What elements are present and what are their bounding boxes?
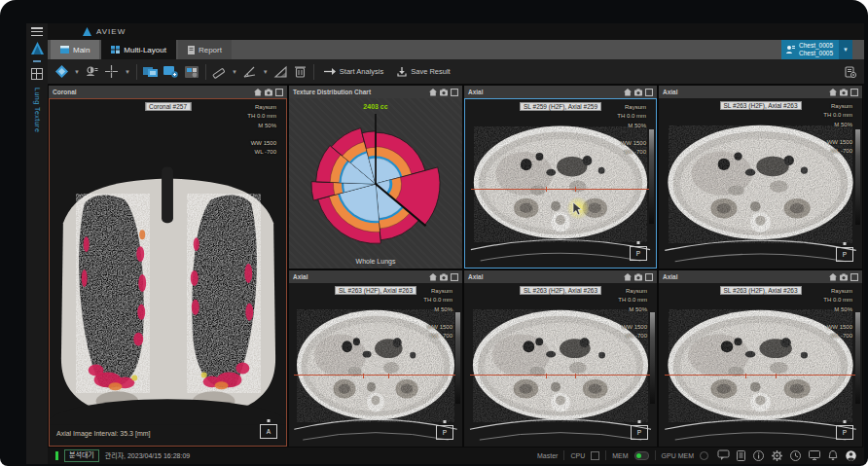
app-title: AVIEW xyxy=(96,27,126,36)
axial-panel-header[interactable]: Axial xyxy=(464,86,657,98)
overlay-text: RaysumTH 0.0 mmM 50% WW 1500WL -700 xyxy=(618,287,647,341)
maximize-icon[interactable] xyxy=(275,89,283,96)
layout-grid-icon[interactable] xyxy=(31,68,43,80)
crosshair-dropdown-caret-icon[interactable]: ▼ xyxy=(125,69,130,75)
grayscale-bar[interactable] xyxy=(855,312,860,404)
navigate-tool-button[interactable] xyxy=(54,63,68,81)
orientation-marker: P xyxy=(836,425,853,440)
document-icon[interactable] xyxy=(737,450,745,461)
slice-label: SL #259 (H2F), Axial #259 xyxy=(520,102,601,111)
axial-viewport[interactable]: SL #263 (H2F), Axial #263 RaysumTH 0.0 m… xyxy=(464,283,657,447)
snapshot-icon[interactable] xyxy=(440,89,448,96)
coronal-viewport[interactable]: Coronal #257 Raysum TH 0.0 mm M 50% WW 1… xyxy=(49,98,287,447)
snapshot-icon[interactable] xyxy=(840,89,848,96)
axial-viewport[interactable]: SL #263 (H2F), Axial #263 RaysumTH 0.0 m… xyxy=(659,283,862,447)
protractor-tool-button[interactable] xyxy=(274,63,288,81)
home-icon[interactable] xyxy=(624,273,632,281)
chart-body: 2403 cc Whole Lungs xyxy=(289,98,462,269)
tab-report[interactable]: Report xyxy=(178,40,232,59)
tab-main[interactable]: Main xyxy=(51,40,99,59)
delete-annotation-button[interactable] xyxy=(294,63,307,81)
grayscale-bar[interactable] xyxy=(649,129,654,224)
grayscale-bar[interactable] xyxy=(455,312,460,404)
axial-panel-header[interactable]: Axial xyxy=(659,270,862,283)
grayscale-bar[interactable] xyxy=(855,129,860,225)
report-settings-button[interactable] xyxy=(844,63,857,81)
window-preset-button[interactable] xyxy=(86,63,99,81)
gpu-mem-label: GPU MEM xyxy=(662,452,694,459)
mem-indicator xyxy=(634,451,649,460)
chart-panel-header[interactable]: Texture Distribution Chart xyxy=(289,86,462,98)
orientation-marker: P xyxy=(836,247,853,262)
home-icon[interactable] xyxy=(829,273,837,281)
tab-bar: Main Multi-Layout Report Chest_0005 Ches… xyxy=(48,40,864,59)
tab-multi-layout[interactable]: Multi-Layout xyxy=(101,40,176,59)
layout-compare-button[interactable] xyxy=(143,63,158,81)
home-icon[interactable] xyxy=(829,89,837,96)
axial-viewport[interactable]: SL #263 (H2F), Axial #263 RaysumTH 0.0 m… xyxy=(659,98,862,269)
maximize-icon[interactable] xyxy=(451,89,458,96)
hamburger-menu-icon[interactable] xyxy=(31,27,43,36)
maximize-icon[interactable] xyxy=(850,273,858,281)
monitor-icon[interactable] xyxy=(809,450,820,460)
axial-panel-2: Axial SL #263 (H2F), Axial #263 RaysumTH… xyxy=(658,85,863,269)
info-icon[interactable] xyxy=(753,450,764,461)
volume-label: 2403 cc xyxy=(363,103,387,110)
layout-mode-button[interactable] xyxy=(184,63,199,81)
angle-dropdown-caret-icon[interactable]: ▼ xyxy=(263,69,269,75)
panel-title: Texture Distribution Chart xyxy=(293,89,371,95)
axial-interval-label: Axial Image Interval: 35.3 [mm] xyxy=(56,430,150,437)
maximize-icon[interactable] xyxy=(451,273,458,281)
maximize-icon[interactable] xyxy=(850,89,858,96)
home-icon[interactable] xyxy=(624,89,632,96)
snapshot-icon[interactable] xyxy=(440,273,448,281)
overlay-text: RaysumTH 0.0 mmM 50% WW 1500WL -700 xyxy=(823,287,852,341)
axial-panel-header[interactable]: Axial xyxy=(464,270,657,283)
monitor-bezel: Lung Texture AVIEW Main Multi-Layout Rep… xyxy=(0,0,868,466)
crosshair-tool-button[interactable] xyxy=(105,63,119,81)
snapshot-icon[interactable] xyxy=(265,89,272,96)
aview-logo-icon xyxy=(83,27,91,36)
texture-chart-panel: Texture Distribution Chart 2403 cc Whole… xyxy=(288,85,463,269)
home-icon[interactable] xyxy=(254,89,262,96)
orientation-marker: P xyxy=(631,425,648,440)
grayscale-bar[interactable] xyxy=(650,312,655,404)
multi-layout-tab-icon xyxy=(111,46,120,54)
texture-distribution-pie[interactable] xyxy=(289,98,462,269)
maximize-icon[interactable] xyxy=(645,89,653,96)
snapshot-icon[interactable] xyxy=(634,89,642,96)
patient-dropdown-caret-icon[interactable]: ▼ xyxy=(839,40,852,59)
navigate-dropdown-caret-icon[interactable]: ▼ xyxy=(74,69,80,75)
slice-label: Coronal #257 xyxy=(145,102,191,111)
panel-title: Axial xyxy=(468,89,484,95)
gear-icon[interactable] xyxy=(772,450,782,461)
pin-icon[interactable] xyxy=(33,60,41,62)
user-icon[interactable] xyxy=(846,450,856,461)
patient-selector[interactable]: Chest_0005 Chest_0005 ▼ xyxy=(781,40,852,59)
slice-label: SL #263 (H2F), Axial #263 xyxy=(520,286,601,295)
ruler-dropdown-caret-icon[interactable]: ▼ xyxy=(232,69,237,75)
sidebar-item-lung-texture[interactable]: Lung Texture xyxy=(34,88,41,132)
coronal-panel-header[interactable]: Coronal xyxy=(49,86,287,98)
angle-tool-button[interactable] xyxy=(243,63,257,81)
snapshot-icon[interactable] xyxy=(634,273,642,281)
save-result-button[interactable]: Save Result xyxy=(393,67,453,77)
snapshot-icon[interactable] xyxy=(840,273,848,281)
axial-panel-header[interactable]: Axial xyxy=(659,86,862,98)
status-bar: 분석대기 관리자, 2023/04/15 16:28:09 Master CPU… xyxy=(48,447,864,464)
maximize-icon[interactable] xyxy=(645,273,653,281)
arrow-right-icon xyxy=(324,67,336,76)
ruler-tool-button[interactable] xyxy=(212,63,226,81)
status-indicator xyxy=(55,451,58,460)
axial-viewport[interactable]: SL #259 (H2F), Axial #259 RaysumTH 0.0 m… xyxy=(464,98,657,269)
axial-panel-header[interactable]: Axial xyxy=(289,270,462,283)
slice-label: SL #263 (H2F), Axial #263 xyxy=(720,101,802,110)
bell-icon[interactable] xyxy=(828,450,838,461)
clock-icon[interactable] xyxy=(790,450,801,461)
home-icon[interactable] xyxy=(429,89,437,96)
home-icon[interactable] xyxy=(429,273,437,281)
layout-add-button[interactable] xyxy=(163,63,178,81)
axial-viewport[interactable]: SL #263 (H2F), Axial #263 RaysumTH 0.0 m… xyxy=(289,283,462,447)
chat-icon[interactable] xyxy=(718,450,729,460)
start-analysis-button[interactable]: Start Analysis xyxy=(320,67,387,76)
